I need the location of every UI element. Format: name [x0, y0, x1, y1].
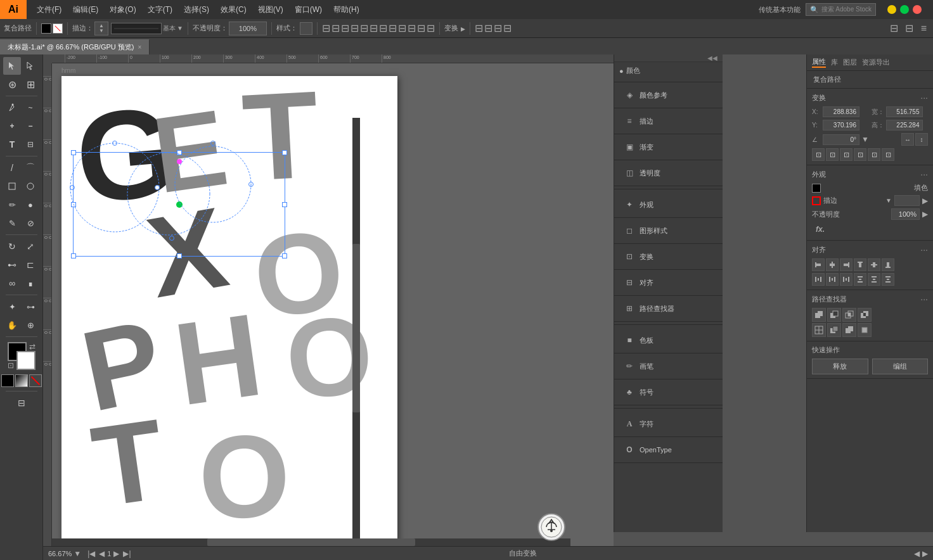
area-type-tool[interactable]: ⊟ — [22, 136, 39, 153]
selection-tool[interactable] — [3, 57, 21, 75]
fill-indicator[interactable] — [41, 23, 63, 34]
direct-selection-tool[interactable] — [22, 57, 39, 75]
group-button[interactable]: 编组 — [872, 359, 929, 374]
align-icon-6[interactable]: ⊟ — [370, 22, 378, 34]
align-icon-4[interactable]: ⊟ — [351, 22, 359, 34]
align-icon-9[interactable]: ⊟ — [398, 22, 406, 34]
distrib-1[interactable] — [812, 273, 825, 286]
scale-tool[interactable]: ⤢ — [22, 238, 39, 255]
tg-3[interactable]: ⊡ — [840, 148, 853, 161]
gradient-row[interactable]: ▣ 渐变 — [619, 138, 717, 156]
style-swatch[interactable] — [300, 22, 312, 35]
h-input[interactable] — [886, 120, 923, 130]
pencil-tool[interactable]: ✎ — [3, 214, 21, 232]
align-center-h-btn[interactable] — [826, 258, 839, 271]
gradient-color-btn[interactable] — [15, 374, 28, 387]
eyedropper-tool[interactable]: ✦ — [3, 298, 21, 315]
stroke-dropdown-btn[interactable]: ▼ — [885, 197, 892, 204]
swap-colors-icon[interactable]: ⇄ — [29, 342, 35, 351]
shaper-tool[interactable]: ⊘ — [22, 214, 39, 232]
align-icon-1[interactable]: ⊟ — [322, 22, 330, 34]
rect-tool[interactable] — [3, 177, 21, 195]
delete-anchor-tool[interactable]: − — [22, 117, 39, 135]
distrib-4[interactable] — [854, 273, 866, 286]
menu-edit[interactable]: 编辑(E) — [68, 2, 103, 18]
pf-crop[interactable] — [858, 323, 872, 337]
fill-color-box[interactable] — [41, 23, 51, 34]
tab-assets[interactable]: 资源导出 — [862, 58, 890, 67]
release-button[interactable]: 释放 — [812, 359, 868, 374]
align-icon-10[interactable]: ⊟ — [408, 22, 416, 34]
warp2-tool[interactable]: ⊷ — [3, 256, 21, 274]
pf-trim[interactable] — [827, 323, 841, 337]
align-icon-7[interactable]: ⊟ — [379, 22, 387, 34]
solid-color-btn[interactable] — [1, 374, 14, 387]
vertical-scrollbar[interactable] — [352, 118, 360, 538]
transform-row[interactable]: ⊡ 变换 — [619, 248, 717, 265]
align-icon-5[interactable]: ⊟ — [360, 22, 368, 34]
menu-select[interactable]: 选择(S) — [179, 2, 214, 18]
stroke-color-box[interactable] — [53, 23, 63, 34]
arc-tool[interactable]: ⌒ — [22, 159, 39, 177]
color-ref-row[interactable]: ◈ 颜色参考 — [619, 86, 717, 104]
transform-icon-4[interactable]: ⊟ — [503, 22, 512, 34]
menu-object[interactable]: 对象(O) — [105, 2, 141, 18]
pf-exclude[interactable] — [858, 308, 872, 322]
y-input[interactable] — [823, 120, 859, 130]
bottom-nav-right[interactable]: ▶ — [922, 549, 928, 558]
nav-prev-btn[interactable]: ◀ — [98, 549, 106, 558]
align-icon-3[interactable]: ⊟ — [341, 22, 349, 34]
zoom-value[interactable]: 66.67% — [48, 550, 72, 557]
align-icon-12[interactable]: ⊟ — [427, 22, 435, 34]
hscroll-thumb[interactable] — [207, 538, 415, 546]
align-icon-11[interactable]: ⊟ — [417, 22, 425, 34]
x-input[interactable] — [823, 106, 859, 117]
hand-tool[interactable]: ✋ — [3, 316, 21, 334]
search-bar[interactable]: 🔍 搜索 Adobe Stock — [806, 3, 876, 16]
align-center-v-btn[interactable] — [868, 258, 880, 271]
curvature-tool[interactable]: ~ — [22, 99, 39, 117]
angle-input[interactable] — [823, 134, 859, 145]
close-button[interactable] — [913, 5, 922, 14]
line-segment-tool[interactable]: / — [3, 159, 21, 177]
align-left-btn[interactable] — [812, 258, 825, 271]
stroke-value-input[interactable] — [894, 195, 920, 206]
opacity-input[interactable] — [229, 22, 267, 35]
pathfinder-more-icon[interactable]: ··· — [920, 294, 928, 304]
menu-help[interactable]: 帮助(H) — [328, 2, 364, 18]
distrib-2[interactable] — [826, 273, 839, 286]
opacity-value-input[interactable] — [891, 208, 920, 220]
menu-view[interactable]: 视图(V) — [253, 2, 288, 18]
stroke-stepper[interactable]: ▲ ▼ — [94, 22, 108, 35]
horizontal-scrollbar[interactable] — [52, 538, 570, 546]
tab-library[interactable]: 库 — [831, 58, 838, 67]
screen-mode-btn[interactable]: ⊟ — [13, 394, 30, 412]
transform-icon-3[interactable]: ⊟ — [494, 22, 502, 34]
transparency-row[interactable]: ◫ 透明度 — [619, 164, 717, 182]
align-row[interactable]: ⊟ 对齐 — [619, 274, 717, 291]
none-color-btn[interactable] — [29, 374, 42, 387]
nav-next-btn[interactable]: ▶ — [112, 549, 120, 558]
align-bottom-btn[interactable] — [882, 258, 894, 271]
artboard-container[interactable]: hmm G E T X O P H O T O — [52, 63, 614, 551]
tg-5[interactable]: ⊡ — [868, 148, 880, 161]
opacity-expand-btn[interactable]: ▶ — [922, 210, 928, 219]
minimize-button[interactable] — [887, 5, 896, 14]
vscroll-thumb[interactable] — [352, 244, 360, 412]
blob-brush-tool[interactable]: ● — [22, 196, 39, 213]
distrib-3[interactable] — [840, 273, 853, 286]
zoom-dropdown-icon[interactable]: ▼ — [74, 549, 81, 558]
stroke-dropdown-icon[interactable]: ▼ — [177, 25, 183, 32]
reset-colors-icon[interactable]: ⊡ — [8, 361, 14, 370]
align-icon-2[interactable]: ⊟ — [331, 22, 340, 34]
menu-file[interactable]: 文件(F) — [32, 2, 67, 18]
menu-effect[interactable]: 效果(C) — [216, 2, 252, 18]
align-icon-8[interactable]: ⊟ — [389, 22, 397, 34]
align-more-icon[interactable]: ··· — [920, 245, 928, 255]
fill-color-indicator[interactable] — [812, 184, 821, 193]
tab-layers[interactable]: 图层 — [843, 58, 857, 67]
blend-tool[interactable]: ∞ — [3, 274, 21, 292]
distrib-6[interactable] — [882, 273, 894, 286]
tg-2[interactable]: ⊡ — [826, 148, 839, 161]
panel-collapse-icon[interactable]: ◀◀ — [707, 54, 717, 61]
